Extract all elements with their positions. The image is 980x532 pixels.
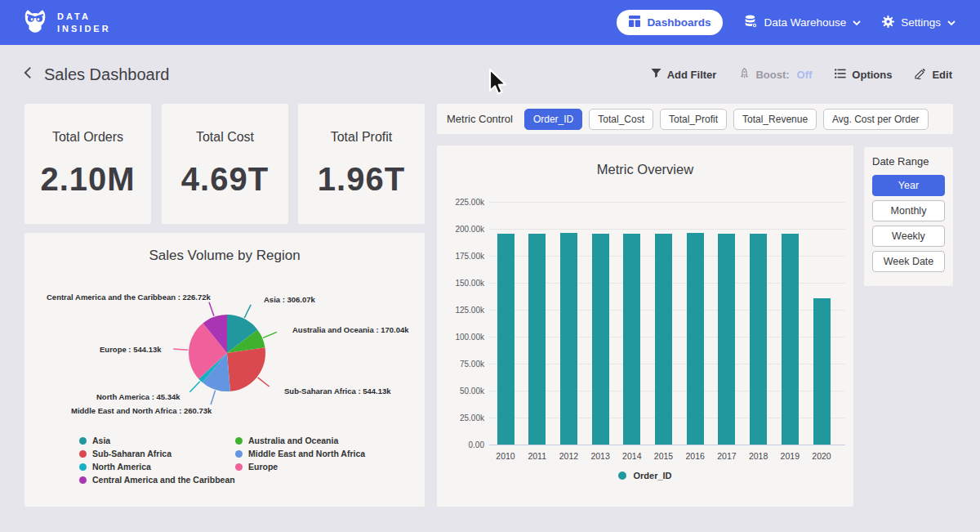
kpi-card-total-profit: Total Profit 1.96T [298,104,425,224]
metric-option-order-id[interactable]: Order_ID [524,109,582,130]
legend-dot [235,463,243,471]
legend-label: Asia [92,436,110,445]
bar-2019[interactable] [782,234,799,445]
metric-option-avg-cost-per-order[interactable]: Avg. Cost per Order [823,109,929,130]
mouse-cursor [488,69,509,101]
x-axis-tick: 2010 [496,451,514,461]
pie-callout-europe: Europe : 544.13k [100,345,162,354]
y-axis-tick: 75.00k [440,360,484,369]
edit-label: Edit [932,69,952,81]
nav-settings[interactable]: Settings [882,16,956,30]
legend-dot [79,463,87,471]
x-axis-tick: 2020 [812,451,831,461]
legend-label: Australia and Oceania [248,436,338,445]
nav-data-warehouse[interactable]: Data Warehouse [744,15,861,30]
metric-control-label: Metric Control [447,113,513,125]
x-axis-tick: 2014 [622,451,641,461]
pie-legend-item-europe[interactable]: Europe [235,462,278,472]
y-axis-tick: 125.00k [440,306,484,315]
back-button[interactable] [23,66,33,83]
date-range-label: Date Range [872,155,945,168]
metric-option-total-revenue[interactable]: Total_Revenue [733,109,817,130]
boost-toggle[interactable]: Boost: Off [739,68,812,82]
dashboard-grid-icon [629,16,640,29]
bar-2017[interactable] [718,234,735,445]
pie-legend-item-asia[interactable]: Asia [79,436,110,445]
pie-slice-sub-saharan-africa[interactable] [227,347,265,391]
bar-2018[interactable] [750,234,767,445]
pie-callout-asia: Asia : 306.07k [264,295,315,304]
edit-button[interactable]: Edit [915,68,952,82]
date-range-option-weekly[interactable]: Weekly [872,226,945,247]
metric-option-total-cost[interactable]: Total_Cost [589,109,653,130]
x-axis-tick: 2016 [686,451,705,461]
kpi-value: 4.69T [181,161,269,198]
date-range-option-monthly[interactable]: Monthly [872,200,945,221]
pie-callout-central-america-and-the-caribbean: Central America and the Caribbean : 226.… [47,293,211,302]
bar-2016[interactable] [687,233,704,445]
nav-settings-label: Settings [901,16,941,29]
kpi-label: Total Orders [52,130,123,145]
top-navbar: DATA INSIDER Dashboards [0,0,980,45]
gridline [489,202,845,203]
options-button[interactable]: Options [835,69,892,81]
pie-callout-north-america: North America : 45.34k [96,392,180,401]
bar-2010[interactable] [497,234,514,445]
kpi-label: Total Profit [331,130,393,145]
legend-dot [235,437,243,445]
list-icon [835,69,846,81]
legend-dot [618,472,626,480]
options-label: Options [852,69,892,81]
x-axis-tick: 2011 [528,451,546,461]
brand-line-1: DATA [57,11,111,23]
bar-2015[interactable] [655,234,672,445]
legend-label: North America [92,462,151,472]
pie-legend-item-australia-and-oceania[interactable]: Australia and Oceania [235,436,338,445]
bar-chart-plot-area [489,202,845,445]
boost-state: Off [797,69,813,81]
x-axis-tick: 2018 [749,451,768,461]
chevron-down-icon [853,16,861,29]
pie-leader-line [263,332,277,338]
pie-legend-item-middle-east-and-north-africa[interactable]: Middle East and North Africa [235,449,365,458]
bar-2020[interactable] [813,298,831,445]
y-axis-tick: 25.00k [440,414,484,422]
legend-dot [79,450,87,458]
pie-callout-sub-saharan-africa: Sub-Saharan Africa : 544.13k [284,387,391,396]
bar-chart-card: Metric Overview Order_ID 225.00k200.00k1… [437,145,853,507]
pencil-icon [915,68,926,82]
metric-option-total-profit[interactable]: Total_Profit [660,109,727,130]
add-filter-button[interactable]: Add Filter [651,68,717,81]
boost-label: Boost: [755,69,789,81]
date-range-option-week-date[interactable]: Week Date [872,251,945,272]
legend-label: Middle East and North Africa [248,449,365,458]
kpi-card-total-orders: Total Orders 2.10M [24,104,151,224]
y-axis-tick: 225.00k [440,198,484,207]
bar-chart-legend[interactable]: Order_ID [437,471,853,481]
brand-line-2: INSIDER [57,23,111,35]
nav-dashboards-button[interactable]: Dashboards [617,10,723,35]
x-axis-tick: 2015 [654,451,673,461]
bar-2011[interactable] [528,234,546,445]
legend-label: Sub-Saharan Africa [92,449,172,458]
pie-legend-item-sub-saharan-africa[interactable]: Sub-Saharan Africa [79,449,172,458]
kpi-card-total-cost: Total Cost 4.69T [162,104,288,224]
legend-dot [79,476,87,484]
pie-leader-line [258,378,270,387]
pie-legend-item-north-america[interactable]: North America [79,462,151,472]
y-axis-tick: 150.00k [440,279,484,288]
pie-leader-line [189,382,199,392]
bar-2012[interactable] [560,233,577,445]
page-title: Sales Dashboard [44,65,169,84]
pie-legend-item-central-america-and-the-caribbean[interactable]: Central America and the Caribbean [79,475,235,485]
x-axis-tick: 2019 [781,451,800,461]
database-icon [744,15,757,30]
y-axis-tick: 0.00 [440,440,484,449]
bar-2014[interactable] [623,234,640,445]
gear-icon [882,16,894,30]
metric-control-bar: Metric Control Order_IDTotal_CostTotal_P… [437,104,953,134]
pie-callout-middle-east-and-north-africa: Middle East and North Africa : 260.73k [71,406,212,415]
pie-leader-line [173,349,188,350]
date-range-option-year[interactable]: Year [872,175,945,196]
bar-2013[interactable] [592,234,609,445]
